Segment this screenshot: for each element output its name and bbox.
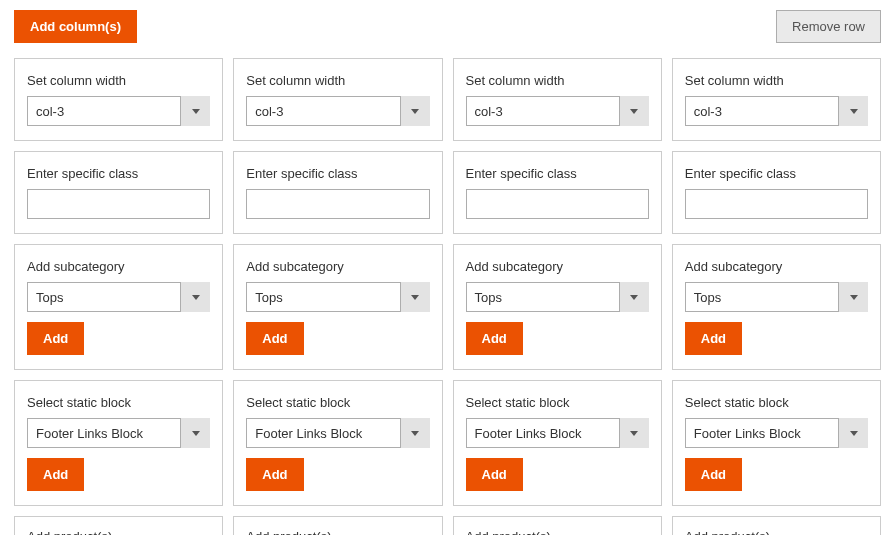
add-subcategory-button[interactable]: Add xyxy=(246,322,303,355)
subcategory-value: Tops xyxy=(694,290,721,305)
chevron-down-icon xyxy=(838,96,868,126)
column-width-label: Set column width xyxy=(27,73,210,88)
column-width-label: Set column width xyxy=(466,73,649,88)
subcategory-label: Add subcategory xyxy=(27,259,210,274)
add-products-label: Add product(s) xyxy=(466,529,649,535)
specific-class-input[interactable] xyxy=(27,189,210,219)
specific-class-input[interactable] xyxy=(466,189,649,219)
add-static-block-button[interactable]: Add xyxy=(246,458,303,491)
subcategory-label: Add subcategory xyxy=(246,259,429,274)
add-products-label: Add product(s) xyxy=(27,529,210,535)
column: Set column widthcol-3Enter specific clas… xyxy=(14,58,223,535)
add-subcategory-button[interactable]: Add xyxy=(27,322,84,355)
static-block-label: Select static block xyxy=(685,395,868,410)
subcategory-label: Add subcategory xyxy=(466,259,649,274)
add-subcategory-button[interactable]: Add xyxy=(685,322,742,355)
chevron-down-icon xyxy=(400,418,430,448)
static-block-value: Footer Links Block xyxy=(36,426,143,441)
chevron-down-icon xyxy=(619,282,649,312)
static-block-value: Footer Links Block xyxy=(475,426,582,441)
chevron-down-icon xyxy=(400,96,430,126)
subcategory-value: Tops xyxy=(36,290,63,305)
column-width-value: col-3 xyxy=(255,104,283,119)
add-subcategory-button[interactable]: Add xyxy=(466,322,523,355)
chevron-down-icon xyxy=(180,282,210,312)
chevron-down-icon xyxy=(838,418,868,448)
add-static-block-button[interactable]: Add xyxy=(27,458,84,491)
column-width-value: col-3 xyxy=(36,104,64,119)
specific-class-label: Enter specific class xyxy=(685,166,868,181)
specific-class-input[interactable] xyxy=(685,189,868,219)
subcategory-value: Tops xyxy=(255,290,282,305)
static-block-label: Select static block xyxy=(27,395,210,410)
add-static-block-button[interactable]: Add xyxy=(466,458,523,491)
chevron-down-icon xyxy=(838,282,868,312)
column-width-value: col-3 xyxy=(475,104,503,119)
column-width-label: Set column width xyxy=(246,73,429,88)
chevron-down-icon xyxy=(180,96,210,126)
static-block-label: Select static block xyxy=(466,395,649,410)
column: Set column widthcol-3Enter specific clas… xyxy=(672,58,881,535)
add-products-label: Add product(s) xyxy=(246,529,429,535)
static-block-label: Select static block xyxy=(246,395,429,410)
column-width-label: Set column width xyxy=(685,73,868,88)
chevron-down-icon xyxy=(619,418,649,448)
static-block-value: Footer Links Block xyxy=(694,426,801,441)
column: Set column widthcol-3Enter specific clas… xyxy=(233,58,442,535)
subcategory-value: Tops xyxy=(475,290,502,305)
subcategory-label: Add subcategory xyxy=(685,259,868,274)
chevron-down-icon xyxy=(619,96,649,126)
column-width-value: col-3 xyxy=(694,104,722,119)
add-products-label: Add product(s) xyxy=(685,529,868,535)
add-columns-button[interactable]: Add column(s) xyxy=(14,10,137,43)
column: Set column widthcol-3Enter specific clas… xyxy=(453,58,662,535)
specific-class-label: Enter specific class xyxy=(27,166,210,181)
chevron-down-icon xyxy=(400,282,430,312)
specific-class-input[interactable] xyxy=(246,189,429,219)
remove-row-button[interactable]: Remove row xyxy=(776,10,881,43)
chevron-down-icon xyxy=(180,418,210,448)
specific-class-label: Enter specific class xyxy=(466,166,649,181)
add-static-block-button[interactable]: Add xyxy=(685,458,742,491)
specific-class-label: Enter specific class xyxy=(246,166,429,181)
static-block-value: Footer Links Block xyxy=(255,426,362,441)
